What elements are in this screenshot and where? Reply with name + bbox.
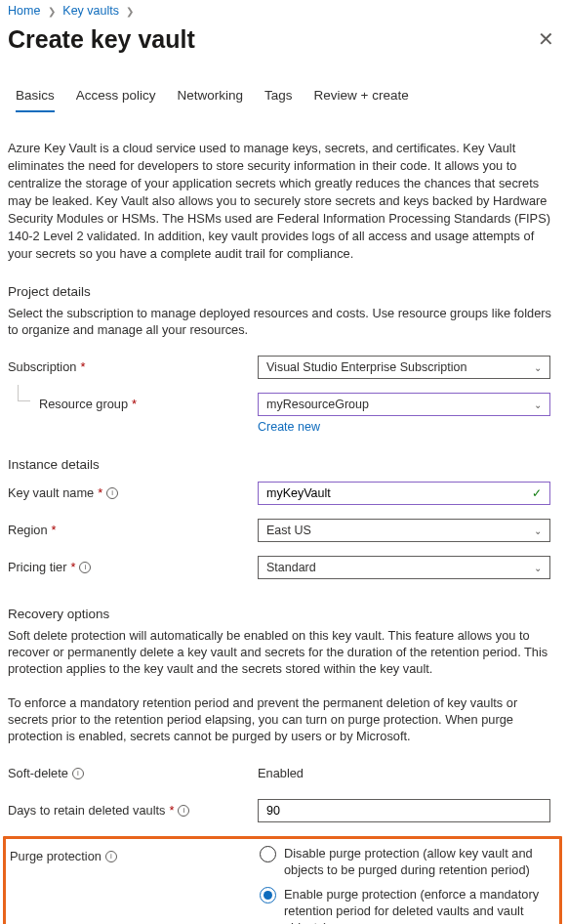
resource-group-label: Resource group* xyxy=(8,393,258,411)
tab-basics[interactable]: Basics xyxy=(16,88,55,112)
recovery-options-heading: Recovery options xyxy=(8,607,560,621)
retention-days-input[interactable] xyxy=(258,799,550,822)
breadcrumb: Home ❯ Key vaults ❯ xyxy=(8,4,560,23)
purge-protection-label: Purge protection i xyxy=(10,845,260,863)
info-icon[interactable]: i xyxy=(72,768,84,779)
soft-delete-value: Enabled xyxy=(258,762,560,780)
purge-enable-radio[interactable]: Enable purge protection (enforce a manda… xyxy=(260,886,555,924)
tab-tags[interactable]: Tags xyxy=(264,88,293,112)
soft-delete-label: Soft-delete i xyxy=(8,762,258,780)
purge-disable-radio[interactable]: Disable purge protection (allow key vaul… xyxy=(260,845,555,878)
chevron-down-icon: ⌄ xyxy=(534,399,542,410)
chevron-down-icon: ⌄ xyxy=(534,563,542,573)
keyvault-name-label: Key vault name* i xyxy=(8,482,258,500)
radio-icon xyxy=(260,846,276,862)
checkmark-icon: ✓ xyxy=(532,486,542,500)
region-dropdown[interactable]: East US⌄ xyxy=(258,519,550,542)
info-icon[interactable]: i xyxy=(79,562,91,573)
radio-icon xyxy=(260,887,276,903)
info-icon[interactable]: i xyxy=(105,851,117,862)
chevron-right-icon: ❯ xyxy=(44,6,60,17)
close-icon[interactable]: ✕ xyxy=(532,23,560,55)
region-label: Region* xyxy=(8,519,258,537)
tab-review-create[interactable]: Review + create xyxy=(314,88,409,112)
pricing-tier-dropdown[interactable]: Standard⌄ xyxy=(258,556,550,579)
create-new-link[interactable]: Create new xyxy=(258,420,320,434)
resource-group-dropdown[interactable]: myResourceGroup⌄ xyxy=(258,393,550,416)
intro-text: Azure Key Vault is a cloud service used … xyxy=(8,140,560,263)
recovery-desc-1: Soft delete protection will automaticall… xyxy=(8,627,560,677)
instance-details-heading: Instance details xyxy=(8,457,560,472)
keyvault-name-input[interactable]: ✓ xyxy=(258,482,550,505)
project-details-desc: Select the subscription to manage deploy… xyxy=(8,305,560,338)
pricing-tier-label: Pricing tier* i xyxy=(8,556,258,574)
recovery-desc-2: To enforce a mandatory retention period … xyxy=(8,694,560,744)
subscription-dropdown[interactable]: Visual Studio Enterprise Subscription⌄ xyxy=(258,356,550,379)
tab-strip: Basics Access policy Networking Tags Rev… xyxy=(8,88,560,112)
breadcrumb-keyvaults[interactable]: Key vaults xyxy=(62,4,119,18)
chevron-right-icon: ❯ xyxy=(122,6,138,17)
purge-protection-highlight: Purge protection i Disable purge protect… xyxy=(3,836,562,924)
tab-networking[interactable]: Networking xyxy=(178,88,244,112)
chevron-down-icon: ⌄ xyxy=(534,525,542,536)
info-icon[interactable]: i xyxy=(106,487,118,499)
breadcrumb-home[interactable]: Home xyxy=(8,4,40,18)
info-icon[interactable]: i xyxy=(178,805,189,817)
page-title: Create key vault xyxy=(8,25,195,54)
retention-days-label: Days to retain deleted vaults* i xyxy=(8,799,258,818)
project-details-heading: Project details xyxy=(8,284,560,299)
subscription-label: Subscription* xyxy=(8,356,258,374)
tab-access-policy[interactable]: Access policy xyxy=(76,88,156,112)
chevron-down-icon: ⌄ xyxy=(534,362,542,373)
